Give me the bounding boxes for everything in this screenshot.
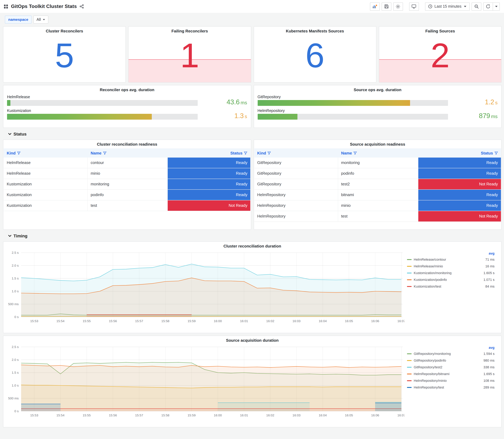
column-header-status[interactable]: Status [168,148,250,158]
svg-text:16:03: 16:03 [293,414,301,417]
series-avg-value: 1.594 s [479,352,494,355]
caret-down-icon [495,5,498,7]
legend-item[interactable]: HelmRepository/minio108 ms [407,377,494,384]
refresh-interval-dropdown[interactable] [493,2,500,11]
svg-text:15:57: 15:57 [135,319,143,323]
legend-item[interactable]: Kustomization/test84 ms [407,283,494,290]
series-avg-value: 108 ms [479,379,494,382]
chart-legend: avgHelmRelease/contour71 msHelmRelease/m… [405,250,496,324]
table-row: HelmRepositorytestNot Ready [254,211,501,222]
share-icon[interactable] [80,4,84,9]
legend-item[interactable]: GitRepository/monitoring1.594 s [407,350,494,357]
gauge-bar-fill [258,114,297,120]
filter-funnel-icon [17,151,21,155]
dashboard-settings-button[interactable] [393,2,403,11]
legend-item[interactable]: GitRepository/podinfo980 ms [407,357,494,364]
legend-item[interactable]: HelmRepository/test289 ms [407,384,494,391]
svg-text:1.0 s: 1.0 s [12,289,19,293]
legend-avg-header[interactable]: avg [407,251,494,255]
status-cell: Ready [418,168,501,179]
table-cell: monitoring [338,158,418,168]
panel-title[interactable]: Cluster reconciliation duration [3,242,501,248]
svg-text:500 ms: 500 ms [8,302,19,306]
svg-text:16:03: 16:03 [293,319,301,323]
gauge-gitrepository: GitRepository 1.2s [258,95,498,106]
table-cell: Kustomization [4,200,87,211]
panel-title[interactable]: Cluster reconciliation readiness [3,140,251,146]
series-name: Kustomization/podinfo [414,278,477,281]
time-range-picker[interactable]: Last 15 minutes [425,2,470,11]
column-header-name[interactable]: Name [87,148,168,158]
table-row: HelmRepositorybitnamiReady [254,190,501,200]
column-header-status[interactable]: Status [418,148,501,158]
timeseries-plot[interactable]: 15:5315:5415:5515:5615:5715:5815:5916:00… [5,250,405,324]
svg-text:2.0 s: 2.0 s [12,358,19,361]
series-name: GitRepository/test2 [414,365,477,369]
gauge-track [7,114,197,120]
panel-title[interactable]: Failing Reconcilers [129,27,251,33]
svg-text:16:05: 16:05 [345,414,353,417]
series-name: Kustomization/monitoring [414,271,477,275]
table-cell: GitRepository [254,179,338,189]
svg-text:16:02: 16:02 [266,319,274,323]
legend-avg-header[interactable]: avg [407,346,494,349]
filter-funnel-icon [268,151,271,155]
gauge-helmrelease: HelmRelease 43.6ms [7,95,247,106]
save-dashboard-button[interactable] [381,2,391,11]
svg-text:16:07: 16:07 [397,319,405,323]
panel-title[interactable]: Source acquisition readiness [254,140,501,146]
stat-panel-manifests-sources: Kubernetes Manifests Sources 6 [254,26,376,83]
series-color-swatch [407,259,412,260]
status-cell: Ready [418,190,501,200]
legend-item[interactable]: GitRepository/test2338 ms [407,364,494,370]
panel-cluster-reconciliation-duration: Cluster reconciliation duration 15:5315:… [3,241,502,333]
column-header-name[interactable]: Name [338,148,418,158]
variable-label-namespace[interactable]: namespace [5,16,32,24]
panel-title[interactable]: Cluster Reconcilers [3,27,126,33]
section-row-status[interactable]: Status [8,132,502,136]
legend-item[interactable]: Kustomization/monitoring1.605 s [407,269,494,276]
table-cell: minio [338,200,418,211]
column-header-kind[interactable]: Kind [254,148,338,158]
table-row: KustomizationpodinfoReady [4,190,250,200]
dashboard-variables: namespace All [5,16,504,24]
table-body: HelmReleasecontourReadyHelmReleaseminioR… [4,158,250,211]
svg-text:15:54: 15:54 [56,414,65,417]
apps-grid-icon[interactable] [4,4,8,9]
gauge-value: 1.3s [202,113,247,120]
section-row-timing[interactable]: Timing [8,233,502,238]
refresh-button[interactable] [483,2,493,11]
status-cell: Ready [168,190,250,200]
add-panel-button[interactable] [370,2,380,11]
panel-title[interactable]: Failing Sources [379,27,501,33]
legend-item[interactable]: Kustomization/podinfo1.071 s [407,276,494,283]
column-header-kind[interactable]: Kind [4,148,87,158]
timeseries-plot[interactable]: 15:5315:5415:5515:5615:5715:5815:5916:00… [5,344,405,418]
gauge-label: GitRepository [258,95,448,99]
series-name: Kustomization/test [414,284,477,288]
section-title: Timing [13,233,27,238]
gauge-label: HelmRepository [258,109,448,113]
table-cell: GitRepository [254,168,338,179]
svg-text:16:00: 16:00 [214,414,222,417]
series-name: GitRepository/podinfo [414,359,477,362]
svg-text:16:04: 16:04 [319,319,327,323]
series-color-swatch [407,387,412,388]
section-title: Status [13,132,27,136]
svg-text:16:06: 16:06 [371,414,379,417]
cycle-view-button[interactable] [409,2,419,11]
legend-item[interactable]: HelmRelease/contour71 ms [407,256,494,263]
table-cell: test [338,211,418,221]
series-color-swatch [407,373,412,374]
svg-text:16:05: 16:05 [345,319,353,323]
variable-namespace-dropdown[interactable]: All [34,16,49,24]
panel-title[interactable]: Reconciler ops avg. duration [7,85,247,92]
legend-item[interactable]: HelmRelease/minio16 ms [407,263,494,269]
stat-value: 6 [305,38,324,73]
panel-title[interactable]: Source acquisition duration [3,336,501,343]
svg-text:15:59: 15:59 [188,319,196,323]
panel-title[interactable]: Kubernetes Manifests Sources [254,27,376,33]
legend-item[interactable]: HelmRepository/bitnami1.695 s [407,370,494,377]
panel-title[interactable]: Source ops avg. duration [258,85,498,92]
zoom-out-button[interactable] [472,2,481,11]
